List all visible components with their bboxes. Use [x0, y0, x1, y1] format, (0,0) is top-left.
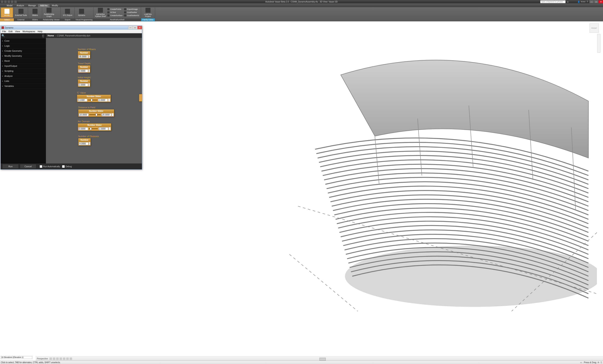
- dynamo-node[interactable]: Distance to FieldNumber Slider>: [78, 106, 114, 117]
- window-minimize-button[interactable]: —: [589, 0, 594, 3]
- qat-open-icon[interactable]: [4, 0, 7, 3]
- ribbon-tab-analyze[interactable]: Analyze: [14, 4, 26, 7]
- dynamo-node-partial[interactable]: [139, 94, 142, 101]
- dynamo-output-port[interactable]: >: [88, 69, 90, 72]
- vc-shadows-icon[interactable]: [56, 357, 59, 360]
- ribbon-tab-model[interactable]: Model: [5, 4, 14, 7]
- key-icon[interactable]: [570, 0, 573, 3]
- ribbon-small-button[interactable]: 01Test: [107, 11, 123, 14]
- dynamo-menu-file[interactable]: File: [2, 30, 6, 33]
- dynamo-slider-min[interactable]: [78, 99, 87, 101]
- dynamo-titlebar[interactable]: Dynamo — ▭ ✕: [1, 26, 142, 30]
- dynamo-minimize-button[interactable]: —: [128, 26, 133, 29]
- dynamo-output-port[interactable]: >: [109, 127, 111, 130]
- window-close-button[interactable]: ✕: [598, 0, 603, 3]
- ribbon-tab-addins[interactable]: Add-Ins: [38, 4, 50, 7]
- ribbon-button[interactable]: External Tools: [15, 8, 27, 18]
- ribbon-small-button[interactable]: ExportImage: [124, 8, 139, 11]
- ribbon-button[interactable]: Relationship Graph: [43, 8, 55, 18]
- dynamo-number-input[interactable]: [78, 83, 88, 86]
- exchange-icon[interactable]: [574, 0, 576, 3]
- dynamo-category[interactable]: ▸Scripting: [1, 68, 46, 74]
- ribbon-button[interactable]: Dynamo: [75, 8, 88, 18]
- ribbon-button[interactable]: Sliders: [29, 8, 41, 18]
- user-name[interactable]: kronz: [581, 1, 585, 3]
- dynamo-category[interactable]: ▸Revit: [1, 58, 46, 63]
- status-icon-2[interactable]: ▽: [601, 361, 602, 364]
- dynamo-node[interactable]: 'C' ValueNumber Slider>: [77, 91, 111, 102]
- horizontal-scroll-thumb[interactable]: [319, 358, 326, 361]
- viewcube[interactable]: FRONT: [590, 23, 599, 33]
- dynamo-close-button[interactable]: ✕: [137, 26, 142, 29]
- qat-redo-icon[interactable]: [14, 0, 17, 3]
- dynamo-category[interactable]: ▸Create Geometry: [1, 48, 46, 53]
- user-avatar-icon[interactable]: 👤: [578, 1, 580, 3]
- ribbon-small-button[interactable]: CreateSurface: [107, 14, 123, 17]
- ribbon-small-button[interactable]: GoalSeeker02: [124, 14, 139, 17]
- dynamo-slider-thumb[interactable]: [91, 99, 93, 101]
- dynamo-slider-max[interactable]: [98, 99, 108, 101]
- dynamo-output-port[interactable]: >: [108, 99, 110, 101]
- dynamo-slider-track[interactable]: [89, 114, 101, 115]
- dynamo-category[interactable]: ▸Input/Output: [1, 63, 46, 68]
- vc-visual-style-icon[interactable]: [49, 357, 52, 360]
- dynamo-slider-track[interactable]: [88, 100, 97, 100]
- ribbon-small-button[interactable]: CreatePoints: [107, 8, 123, 11]
- dynamo-number-input[interactable]: [78, 69, 88, 72]
- star-icon[interactable]: ✦: [567, 1, 569, 3]
- ribbon-button[interactable]: Interactive Python Shell: [94, 8, 106, 18]
- vc-render-icon[interactable]: [59, 357, 62, 360]
- dynamo-category[interactable]: ▸Analyze: [1, 74, 46, 78]
- dynamo-slider-thumb[interactable]: [90, 127, 92, 130]
- dynamo-auto-run-checkbox[interactable]: [40, 165, 42, 168]
- dynamo-slider-min[interactable]: [78, 127, 88, 130]
- nav-bar[interactable]: [597, 34, 601, 53]
- help-search-input[interactable]: Type a keyword or phrase: [540, 0, 566, 3]
- dynamo-run-button[interactable]: Run: [2, 164, 19, 169]
- dynamo-cancel-button[interactable]: Cancel: [20, 164, 36, 169]
- dynamo-category[interactable]: ▸Modify Geometry: [1, 53, 46, 58]
- dynamo-back-button[interactable]: ←: [42, 33, 45, 38]
- ribbon-small-button[interactable]: GoalSeeker: [124, 11, 139, 14]
- vc-sunpath-icon[interactable]: [53, 357, 55, 360]
- dynamo-slider-min[interactable]: [79, 113, 88, 116]
- help-icon[interactable]: ?: [587, 1, 588, 3]
- dynamo-node[interactable]: Tread DepthNumber>: [78, 62, 91, 73]
- qat-undo-icon[interactable]: [11, 0, 14, 3]
- dynamo-category[interactable]: ▸Variables: [1, 84, 46, 88]
- dynamo-category[interactable]: ▸Core: [1, 38, 46, 43]
- dynamo-auto-run-toggle[interactable]: Run Automatically: [40, 165, 60, 168]
- vc-crop-icon[interactable]: [63, 357, 65, 360]
- qat-save-icon[interactable]: [7, 0, 10, 3]
- view-mode[interactable]: Perspective: [37, 357, 48, 360]
- dynamo-output-port[interactable]: >: [89, 142, 90, 145]
- dynamo-slider-max[interactable]: [102, 113, 111, 116]
- dynamo-node[interactable]: Initial HeightNumber>: [78, 76, 91, 87]
- dynamo-node[interactable]: Arc DomainNumber Slider>: [78, 120, 111, 131]
- dynamo-category[interactable]: ▸Lists: [1, 78, 46, 84]
- dynamo-debug-checkbox[interactable]: [62, 165, 65, 168]
- dynamo-debug-toggle[interactable]: Debug: [62, 165, 72, 168]
- dynamo-output-port[interactable]: >: [88, 55, 90, 58]
- ribbon-button[interactable]: Load into Project: [142, 8, 154, 18]
- dynamo-canvas[interactable]: Home - CSNM_ParametricAssembly.dyn Numbe…: [46, 33, 142, 164]
- ribbon-tab-manage[interactable]: Manage: [26, 4, 38, 7]
- dynamo-output-port[interactable]: >: [88, 83, 90, 86]
- dynamo-slider-max[interactable]: [99, 127, 108, 130]
- ribbon-tab-modify[interactable]: Modify: [50, 4, 60, 7]
- vc-reveal-icon[interactable]: [70, 357, 72, 360]
- qat-app-icon[interactable]: [1, 0, 4, 3]
- dynamo-menu-workspaces[interactable]: Workspaces: [23, 30, 35, 33]
- dynamo-category[interactable]: ▸Logic: [1, 43, 46, 48]
- status-icon-1[interactable]: ⟳: [598, 361, 599, 364]
- dynamo-search-input[interactable]: [5, 33, 42, 38]
- dynamo-menu-view[interactable]: View: [15, 30, 20, 33]
- dynamo-tab-home[interactable]: Home: [47, 34, 54, 37]
- dynamo-slider-thumb[interactable]: [96, 113, 97, 116]
- dynamo-menu-help[interactable]: Help: [38, 30, 43, 33]
- dynamo-menu-edit[interactable]: Edit: [9, 30, 12, 33]
- ribbon-button[interactable]: STL Export: [61, 8, 74, 18]
- dynamo-output-port[interactable]: >: [112, 113, 114, 116]
- dynamo-number-input[interactable]: [79, 142, 88, 145]
- ribbon-button[interactable]: Modify: [1, 8, 13, 18]
